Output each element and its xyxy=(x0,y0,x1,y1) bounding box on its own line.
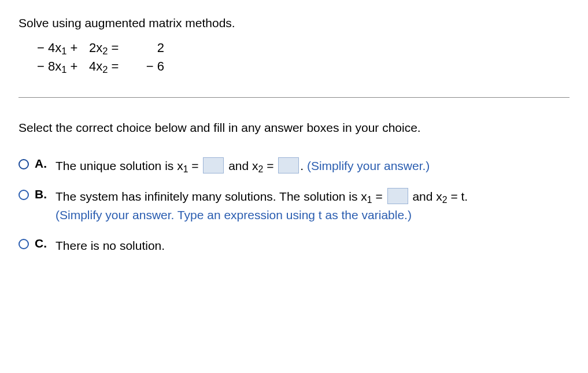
equations-block: − 4x1 + 2x2 = 2 − 8x1 + 4x2 = − 6 xyxy=(19,40,569,74)
choice-a-label: A. xyxy=(35,157,50,171)
choice-a-t5: . xyxy=(300,159,307,172)
answer-box-b-x1[interactable] xyxy=(387,188,408,204)
choice-a-body: The unique solution is x1 = and x2 = . (… xyxy=(56,157,430,176)
problem-statement: Solve using augmented matrix methods. xyxy=(19,16,569,30)
choice-a-s2: 2 xyxy=(258,164,264,174)
radio-choice-b[interactable] xyxy=(19,190,29,200)
radio-choice-a[interactable] xyxy=(19,159,29,169)
choice-c-body: There is no solution. xyxy=(56,237,165,256)
answer-box-a-x1[interactable] xyxy=(203,157,224,173)
choice-a-s1: 1 xyxy=(183,164,188,174)
radio-choice-c[interactable] xyxy=(19,239,29,249)
eq2-term2: 4x xyxy=(89,59,102,73)
choices-list: A. The unique solution is x1 = and x2 = … xyxy=(19,157,569,255)
choice-a-hint: (Simplify your answer.) xyxy=(307,159,430,172)
answer-box-a-x2[interactable] xyxy=(278,157,299,173)
choice-a-t2: = xyxy=(188,159,202,172)
eq1-term2: 2x xyxy=(89,40,102,55)
choice-a-t3: and x xyxy=(225,159,258,172)
choice-b-t1: The system has infinitely many solutions… xyxy=(56,190,367,203)
eq1-plus: + xyxy=(66,40,77,55)
eq1-eq: = xyxy=(108,40,119,55)
equation-1: − 4x1 + 2x2 = 2 xyxy=(37,40,569,56)
choice-a-t4: = xyxy=(263,159,277,172)
divider xyxy=(19,97,569,98)
choice-c-label: C. xyxy=(35,237,50,250)
eq2-term2-sub: 2 xyxy=(102,64,108,75)
eq2-rhs: − 6 xyxy=(141,59,164,74)
choice-b-hint: (Simplify your answer. Type an expressio… xyxy=(56,208,412,221)
choice-b-t4: = t. xyxy=(448,190,468,203)
eq1-term1: − 4x xyxy=(37,40,61,55)
choice-b-t3: and x xyxy=(409,190,442,203)
choice-b-s2: 2 xyxy=(442,195,448,205)
eq1-rhs: 2 xyxy=(141,40,164,56)
choice-b-s1: 1 xyxy=(367,195,372,205)
choice-b-t2: = xyxy=(372,190,386,203)
choice-b-row: B. The system has infinitely many soluti… xyxy=(19,187,569,225)
eq1-term2-sub: 2 xyxy=(102,46,108,56)
eq1-term1-sub: 1 xyxy=(61,46,66,56)
choice-b-body: The system has infinitely many solutions… xyxy=(56,187,468,225)
instructions-text: Select the correct choice below and fill… xyxy=(19,121,421,134)
eq2-term1: − 8x xyxy=(37,59,61,73)
choice-b-label: B. xyxy=(35,187,50,201)
eq2-term1-sub: 1 xyxy=(61,64,66,75)
instructions: Select the correct choice below and fill… xyxy=(19,121,569,135)
choice-a-t1: The unique solution is x xyxy=(56,159,183,172)
problem-text: Solve using augmented matrix methods. xyxy=(19,16,235,29)
choice-c-row: C. There is no solution. xyxy=(19,237,569,256)
choice-c-t1: There is no solution. xyxy=(56,239,165,252)
choice-a-row: A. The unique solution is x1 = and x2 = … xyxy=(19,157,569,176)
equation-2: − 8x1 + 4x2 = − 6 xyxy=(37,59,569,74)
eq2-eq: = xyxy=(108,59,119,73)
eq2-plus: + xyxy=(66,59,77,73)
